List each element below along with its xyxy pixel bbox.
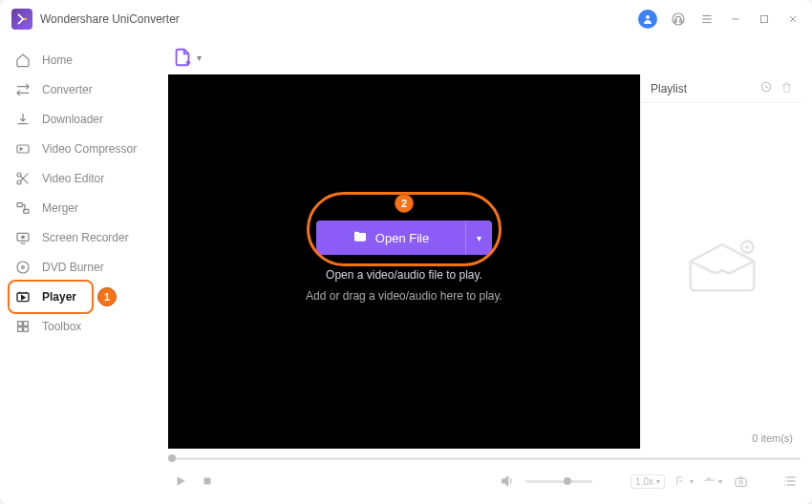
sidebar-item-recorder[interactable]: Screen Recorder bbox=[0, 223, 159, 252]
annotation-badge-2: 2 bbox=[395, 194, 414, 213]
sidebar-item-editor[interactable]: Video Editor bbox=[0, 164, 159, 193]
converter-icon bbox=[15, 82, 31, 97]
svg-rect-3 bbox=[674, 20, 676, 23]
progress-knob[interactable] bbox=[168, 454, 176, 462]
playlist-delete-icon[interactable] bbox=[780, 81, 793, 96]
playback-speed-button[interactable]: 1.0x▾ bbox=[630, 474, 665, 489]
svg-point-13 bbox=[17, 173, 21, 177]
subtitle-button[interactable]: ▾ bbox=[674, 474, 694, 488]
user-avatar[interactable] bbox=[638, 10, 657, 29]
folder-icon bbox=[353, 229, 368, 247]
volume-icon[interactable] bbox=[499, 472, 516, 490]
svg-rect-25 bbox=[24, 327, 29, 332]
playlist-footer: 0 item(s) bbox=[641, 428, 802, 449]
sidebar-item-label: Screen Recorder bbox=[42, 231, 129, 244]
titlebar-actions bbox=[638, 10, 801, 29]
sidebar-item-label: Player bbox=[42, 290, 76, 304]
progress-bar[interactable] bbox=[168, 449, 802, 464]
stage-row: ‹ 2 Open File ▾ Open a video/au bbox=[168, 74, 802, 449]
open-file-hint: Open a video/audio file to play. bbox=[326, 268, 482, 282]
sidebar-item-player[interactable]: Player 1 bbox=[0, 283, 159, 311]
sidebar-item-home[interactable]: Home bbox=[0, 46, 159, 74]
audio-track-button[interactable]: ▾ bbox=[703, 474, 722, 488]
window-close-icon[interactable] bbox=[785, 11, 801, 27]
sidebar-item-label: Toolbox bbox=[42, 320, 81, 333]
playlist-panel: Playlist bbox=[640, 74, 802, 449]
merger-icon bbox=[15, 200, 31, 216]
sidebar-item-label: Downloader bbox=[42, 113, 103, 126]
open-file-dropdown-caret[interactable]: ▾ bbox=[465, 220, 492, 255]
sidebar: Home Converter Downloader Video Compress… bbox=[0, 38, 159, 504]
window-minimize-icon[interactable] bbox=[728, 11, 743, 27]
add-file-dropdown-caret[interactable]: ▾ bbox=[197, 52, 202, 63]
sidebar-item-label: Video Compressor bbox=[42, 142, 137, 156]
player-icon bbox=[15, 289, 31, 304]
toolbox-icon bbox=[15, 319, 31, 334]
progress-track[interactable] bbox=[170, 457, 801, 460]
annotation-badge-1: 1 bbox=[97, 287, 117, 306]
home-icon bbox=[15, 52, 31, 68]
sidebar-item-label: Home bbox=[42, 53, 73, 67]
svg-rect-29 bbox=[735, 478, 745, 486]
disc-icon bbox=[15, 260, 31, 275]
open-file-group: 2 Open File ▾ bbox=[316, 220, 492, 255]
volume-knob[interactable] bbox=[564, 477, 571, 485]
svg-rect-22 bbox=[18, 322, 23, 326]
svg-rect-23 bbox=[24, 322, 29, 326]
content: Home Converter Downloader Video Compress… bbox=[0, 38, 812, 504]
video-area[interactable]: 2 Open File ▾ Open a video/audio file to… bbox=[168, 74, 640, 449]
svg-rect-9 bbox=[761, 16, 768, 23]
sidebar-item-toolbox[interactable]: Toolbox bbox=[0, 312, 159, 341]
svg-rect-15 bbox=[17, 203, 22, 207]
speed-value: 1.0x bbox=[635, 476, 653, 487]
support-icon[interactable] bbox=[671, 11, 686, 27]
empty-inbox-icon bbox=[679, 232, 765, 299]
window-maximize-icon[interactable] bbox=[757, 11, 772, 27]
svg-point-18 bbox=[22, 236, 25, 239]
player-controls: 1.0x▾ ▾ ▾ bbox=[168, 464, 802, 498]
main-panel: ▾ ‹ 2 Open File ▾ bbox=[159, 38, 812, 504]
svg-point-30 bbox=[738, 480, 742, 484]
sidebar-item-dvd[interactable]: DVD Burner bbox=[0, 253, 159, 282]
open-file-button: Open File ▾ bbox=[316, 220, 492, 255]
playlist-count: 0 item(s) bbox=[752, 432, 793, 444]
sidebar-item-converter[interactable]: Converter bbox=[0, 75, 159, 104]
playlist-title: Playlist bbox=[651, 82, 687, 95]
svg-point-2 bbox=[673, 13, 684, 25]
sidebar-item-label: DVD Burner bbox=[42, 261, 104, 274]
svg-rect-4 bbox=[680, 20, 682, 23]
svg-point-20 bbox=[22, 266, 25, 269]
menu-icon[interactable] bbox=[699, 11, 715, 27]
recorder-icon bbox=[15, 230, 31, 245]
sidebar-item-label: Video Editor bbox=[42, 172, 104, 185]
play-button[interactable] bbox=[172, 472, 189, 490]
app-logo bbox=[11, 9, 32, 30]
titlebar: Wondershare UniConverter bbox=[0, 0, 812, 38]
download-icon bbox=[15, 112, 31, 127]
compressor-icon bbox=[15, 141, 31, 157]
sidebar-item-downloader[interactable]: Downloader bbox=[0, 105, 159, 134]
app-window: Wondershare UniConverter bbox=[0, 0, 812, 504]
svg-rect-28 bbox=[204, 478, 211, 485]
playlist-body bbox=[641, 103, 802, 428]
open-file-main-button[interactable]: Open File bbox=[316, 220, 465, 255]
snapshot-button[interactable] bbox=[732, 472, 749, 490]
sidebar-item-label: Merger bbox=[42, 201, 78, 215]
svg-point-19 bbox=[17, 262, 29, 273]
playlist-header: Playlist bbox=[641, 74, 802, 103]
sidebar-item-merger[interactable]: Merger bbox=[0, 194, 159, 222]
playlist-settings-icon[interactable] bbox=[759, 80, 773, 96]
drag-drop-hint: Add or drag a video/audio here to play. bbox=[306, 289, 502, 303]
open-file-label: Open File bbox=[375, 231, 429, 245]
svg-point-0 bbox=[24, 18, 27, 21]
volume-slider[interactable] bbox=[525, 480, 592, 483]
sidebar-item-compressor[interactable]: Video Compressor bbox=[0, 135, 159, 163]
svg-rect-24 bbox=[18, 327, 23, 332]
stop-button[interactable] bbox=[199, 472, 216, 490]
app-title: Wondershare UniConverter bbox=[40, 12, 638, 26]
svg-point-1 bbox=[646, 15, 650, 19]
sidebar-item-label: Converter bbox=[42, 83, 93, 96]
toolbar: ▾ bbox=[168, 46, 802, 74]
playlist-toggle-icon[interactable] bbox=[781, 472, 799, 490]
add-file-button[interactable] bbox=[172, 47, 193, 68]
